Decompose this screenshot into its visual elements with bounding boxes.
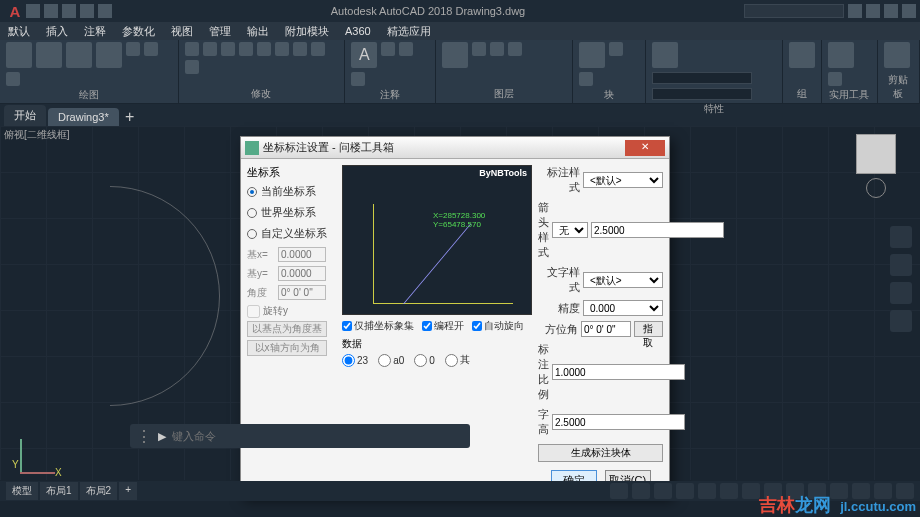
viewcube[interactable] bbox=[846, 134, 906, 214]
hatch-icon[interactable] bbox=[6, 72, 20, 86]
insert-block-icon[interactable] bbox=[579, 42, 605, 68]
table-icon[interactable] bbox=[351, 72, 365, 86]
layout1-tab[interactable]: 布局1 bbox=[40, 482, 78, 500]
signin-icon[interactable] bbox=[848, 4, 862, 18]
nav-orbit-icon[interactable] bbox=[890, 310, 912, 332]
command-line[interactable]: ⋮ ▶ bbox=[130, 424, 470, 448]
menu-addins[interactable]: 附加模块 bbox=[281, 24, 333, 39]
style-select[interactable]: <默认> bbox=[583, 172, 663, 188]
arrow-select[interactable]: 无 bbox=[552, 222, 588, 238]
view-label[interactable]: 俯视[二维线框] bbox=[4, 128, 70, 142]
menu-parametric[interactable]: 参数化 bbox=[118, 24, 159, 39]
create-block-icon[interactable] bbox=[609, 42, 623, 56]
model-tab[interactable]: 模型 bbox=[6, 482, 38, 500]
doctab-drawing3[interactable]: Drawing3* bbox=[48, 108, 119, 126]
viewcube-compass[interactable] bbox=[866, 178, 886, 198]
text-select[interactable]: <默认> bbox=[583, 272, 663, 288]
radio-world-coord[interactable]: 世界坐标系 bbox=[247, 205, 336, 220]
fillet-icon[interactable] bbox=[275, 42, 289, 56]
generate-block-button[interactable]: 生成标注块体 bbox=[538, 444, 663, 462]
qat-new-icon[interactable] bbox=[26, 4, 40, 18]
qat-redo-icon[interactable] bbox=[98, 4, 112, 18]
prec-radio-1[interactable]: a0 bbox=[378, 353, 404, 367]
status-lwt-icon[interactable] bbox=[720, 483, 738, 499]
ellipse-icon[interactable] bbox=[144, 42, 158, 56]
status-snap-icon[interactable] bbox=[632, 483, 650, 499]
move-icon[interactable] bbox=[185, 42, 199, 56]
paste-icon[interactable] bbox=[884, 42, 910, 68]
check-explode[interactable]: 编程开 bbox=[422, 319, 464, 333]
nav-wheel-icon[interactable] bbox=[890, 226, 912, 248]
origin-button[interactable]: 以基点为角度基 bbox=[247, 321, 327, 337]
help-search-input[interactable] bbox=[744, 4, 844, 18]
menu-featured[interactable]: 精选应用 bbox=[383, 24, 435, 39]
menu-default[interactable]: 默认 bbox=[4, 24, 34, 39]
dialog-titlebar[interactable]: 坐标标注设置 - 问楼工具箱 ✕ bbox=[241, 137, 669, 159]
group-icon[interactable] bbox=[789, 42, 815, 68]
scale-input[interactable] bbox=[552, 364, 685, 380]
angle-input[interactable] bbox=[278, 285, 326, 300]
offset-icon[interactable] bbox=[185, 60, 199, 74]
edit-block-icon[interactable] bbox=[579, 72, 593, 86]
radio-custom-coord[interactable]: 自定义坐标系 bbox=[247, 226, 336, 241]
menu-annotate[interactable]: 注释 bbox=[80, 24, 110, 39]
prec-radio-2[interactable]: 0 bbox=[414, 353, 435, 367]
dialog-close-button[interactable]: ✕ bbox=[625, 140, 665, 156]
layer-freeze-icon[interactable] bbox=[490, 42, 504, 56]
viewcube-face[interactable] bbox=[856, 134, 896, 174]
base-y-input[interactable] bbox=[278, 266, 326, 281]
circle-icon[interactable] bbox=[66, 42, 92, 68]
check-auto[interactable]: 自动旋向 bbox=[472, 319, 524, 333]
line-icon[interactable] bbox=[6, 42, 32, 68]
prec-radio-3[interactable]: 其 bbox=[445, 353, 470, 367]
qat-open-icon[interactable] bbox=[44, 4, 58, 18]
dimension-icon[interactable] bbox=[381, 42, 395, 56]
color-select[interactable] bbox=[652, 72, 752, 84]
pick-button[interactable]: 以x轴方向为角 bbox=[247, 340, 327, 356]
menu-a360[interactable]: A360 bbox=[341, 25, 375, 37]
cmd-handle-icon[interactable]: ⋮ bbox=[136, 427, 152, 446]
match-properties-icon[interactable] bbox=[652, 42, 678, 68]
height-input[interactable] bbox=[552, 414, 685, 430]
rotate-icon[interactable] bbox=[221, 42, 235, 56]
status-osnap-icon[interactable] bbox=[698, 483, 716, 499]
prec-radio-0[interactable]: 23 bbox=[342, 353, 368, 367]
select-icon[interactable] bbox=[828, 72, 842, 86]
polyline-icon[interactable] bbox=[36, 42, 62, 68]
layout-add-icon[interactable]: + bbox=[119, 482, 137, 500]
nav-pan-icon[interactable] bbox=[890, 254, 912, 276]
status-grid-icon[interactable] bbox=[610, 483, 628, 499]
menu-insert[interactable]: 插入 bbox=[42, 24, 72, 39]
base-x-input[interactable] bbox=[278, 247, 326, 262]
status-transparency-icon[interactable] bbox=[742, 483, 760, 499]
app-logo[interactable]: A bbox=[4, 2, 26, 20]
layout2-tab[interactable]: 布局2 bbox=[80, 482, 118, 500]
doctab-start[interactable]: 开始 bbox=[4, 105, 46, 126]
dir-pick-button[interactable]: 指取 bbox=[634, 321, 663, 337]
maximize-icon[interactable] bbox=[884, 4, 898, 18]
rectangle-icon[interactable] bbox=[126, 42, 140, 56]
menu-manage[interactable]: 管理 bbox=[205, 24, 235, 39]
command-input[interactable] bbox=[172, 430, 464, 442]
scale-icon[interactable] bbox=[293, 42, 307, 56]
dir-input[interactable] bbox=[581, 321, 631, 337]
qat-save-icon[interactable] bbox=[62, 4, 76, 18]
trim-icon[interactable] bbox=[239, 42, 253, 56]
menu-view[interactable]: 视图 bbox=[167, 24, 197, 39]
nav-zoom-icon[interactable] bbox=[890, 282, 912, 304]
copy-icon[interactable] bbox=[203, 42, 217, 56]
leader-icon[interactable] bbox=[399, 42, 413, 56]
arc-icon[interactable] bbox=[96, 42, 122, 68]
check-snap[interactable]: 仅捕坐标象集 bbox=[342, 319, 414, 333]
qat-undo-icon[interactable] bbox=[80, 4, 94, 18]
minimize-icon[interactable] bbox=[866, 4, 880, 18]
layer-lock-icon[interactable] bbox=[508, 42, 522, 56]
mirror-icon[interactable] bbox=[257, 42, 271, 56]
layer-off-icon[interactable] bbox=[472, 42, 486, 56]
prec-select[interactable]: 0.000 bbox=[583, 300, 663, 316]
arrow-size-input[interactable] bbox=[591, 222, 724, 238]
drawing-area[interactable]: 俯视[二维线框] Y X 坐标标注设置 - 问楼工具箱 ✕ 坐标系 当前坐标系 … bbox=[0, 126, 920, 480]
array-icon[interactable] bbox=[311, 42, 325, 56]
menu-output[interactable]: 输出 bbox=[243, 24, 273, 39]
lineweight-select[interactable] bbox=[652, 88, 752, 100]
